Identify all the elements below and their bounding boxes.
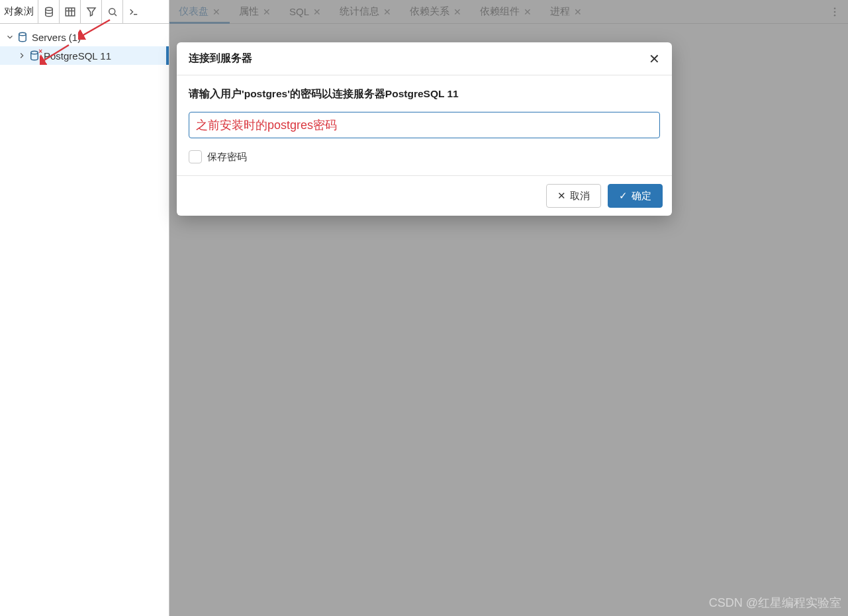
close-icon[interactable]: ✕ <box>649 52 660 66</box>
dialog-title: 连接到服务器 <box>189 52 252 66</box>
password-input[interactable] <box>189 112 660 138</box>
svg-point-3 <box>19 32 26 36</box>
ok-button[interactable]: ✓ 确定 <box>608 184 663 208</box>
connect-server-dialog: 连接到服务器 ✕ 请输入用户'postgres'的密码以连接服务器Postgre… <box>177 42 672 216</box>
dialog-prompt: 请输入用户'postgres'的密码以连接服务器PostgreSQL 11 <box>189 87 660 101</box>
save-password-checkbox[interactable] <box>189 150 202 163</box>
query-tool-icon[interactable] <box>38 0 60 23</box>
dialog-header: 连接到服务器 ✕ <box>177 42 672 75</box>
chevron-down-icon <box>4 31 16 43</box>
chevron-right-icon <box>16 50 28 62</box>
save-password-row: 保存密码 <box>189 150 660 163</box>
save-password-label: 保存密码 <box>207 151 247 163</box>
tree-item-postgresql[interactable]: × PostgreSQL 11 <box>0 46 169 65</box>
svg-point-0 <box>45 7 52 11</box>
check-icon: ✓ <box>619 190 628 202</box>
tree-label: Servers (1) <box>32 32 81 43</box>
object-browser-sidebar: 对象浏 <box>0 0 169 616</box>
dialog-footer: ✕ 取消 ✓ 确定 <box>177 175 672 216</box>
server-disconnected-icon: × <box>28 50 41 62</box>
cancel-button[interactable]: ✕ 取消 <box>546 184 601 208</box>
svg-point-4 <box>31 51 38 54</box>
dialog-body: 请输入用户'postgres'的密码以连接服务器PostgreSQL 11 保存… <box>177 75 672 175</box>
server-group-icon <box>16 31 29 43</box>
button-label: 取消 <box>570 190 590 202</box>
annotation-arrow-icon <box>40 42 70 65</box>
button-label: 确定 <box>632 190 651 202</box>
psql-icon[interactable] <box>123 0 144 23</box>
close-icon: ✕ <box>557 190 566 202</box>
sidebar-title: 对象浏 <box>0 0 38 23</box>
annotation-arrow-icon <box>78 17 111 40</box>
svg-rect-1 <box>66 8 75 16</box>
svg-point-2 <box>109 8 115 14</box>
